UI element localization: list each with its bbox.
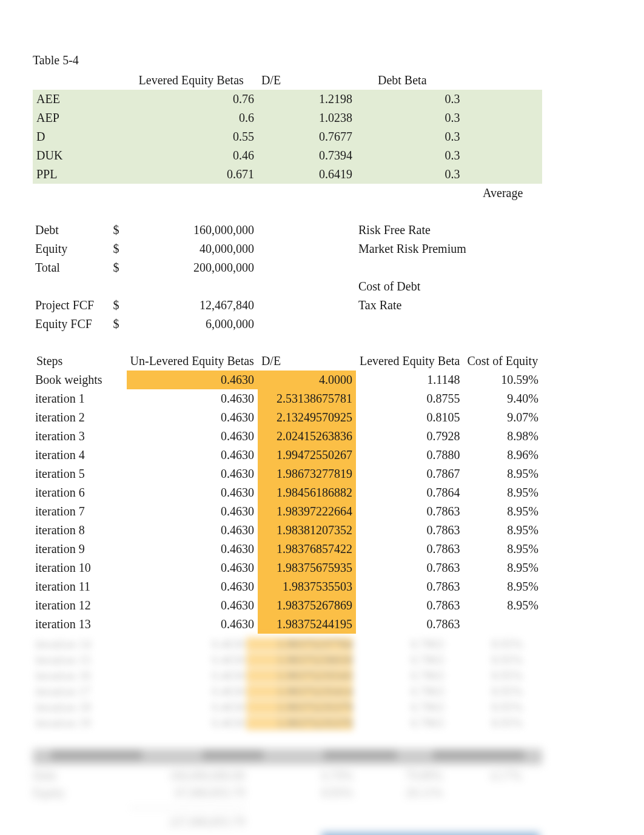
levered-cell: 0.6 bbox=[127, 109, 258, 127]
iter-row: iteration 9 0.4630 1.98376857422 0.7863 … bbox=[33, 540, 542, 558]
lev-cell: 0.7863 bbox=[356, 577, 464, 596]
coe-cell: 8.95% bbox=[463, 483, 542, 502]
value-debt: 160,000,000 bbox=[127, 221, 258, 240]
de-cell: 1.9837535503 bbox=[258, 577, 356, 596]
ul-cell: 0.4630 bbox=[127, 427, 258, 446]
hdr-coe: Cost of Equity bbox=[463, 352, 542, 371]
coe-cell: 8.95% bbox=[463, 502, 542, 521]
label-cost-of-debt: Cost of Debt bbox=[356, 277, 542, 296]
iter-row: iteration 3 0.4630 2.02415263836 0.7928 … bbox=[33, 427, 542, 446]
step-cell: iteration 3 bbox=[33, 427, 109, 446]
coe-cell: 8.95% bbox=[463, 558, 542, 577]
de-cell: 1.99472550267 bbox=[258, 446, 356, 464]
ul-cell: 0.4630 bbox=[127, 389, 258, 408]
hdr-unlevered: Un-Levered Equity Betas bbox=[127, 352, 258, 371]
table-header-row: Levered Equity Betas D/E Debt Beta bbox=[33, 71, 542, 90]
step-cell: iteration 5 bbox=[33, 464, 109, 483]
step-cell: iteration 7 bbox=[33, 502, 109, 521]
de-cell: 1.98397222664 bbox=[258, 502, 356, 521]
currency-symbol: $ bbox=[109, 221, 126, 240]
coe-cell bbox=[463, 615, 542, 634]
iter-row: iteration 8 0.4630 1.98381207352 0.7863 … bbox=[33, 521, 542, 540]
ul-cell: 0.4630 bbox=[127, 615, 258, 634]
value-equity-fcf: 6,000,000 bbox=[127, 315, 258, 334]
de-cell: 0.7394 bbox=[258, 146, 356, 165]
iter-row: iteration 5 0.4630 1.98673277819 0.7867 … bbox=[33, 464, 542, 483]
coe-cell: 8.95% bbox=[463, 540, 542, 558]
coe-cell: 10.59% bbox=[463, 371, 542, 389]
ul-cell: 0.4630 bbox=[127, 577, 258, 596]
lev-cell: 0.7863 bbox=[356, 596, 464, 615]
coe-cell: 9.40% bbox=[463, 389, 542, 408]
label-equity: Equity bbox=[33, 240, 109, 258]
step-cell: iteration 10 bbox=[33, 558, 109, 577]
coe-cell: 8.95% bbox=[463, 596, 542, 615]
iter-row: iteration 7 0.4630 1.98397222664 0.7863 … bbox=[33, 502, 542, 521]
blurred-rows: iteration 140.46301.983752377640.78638.9… bbox=[33, 636, 644, 731]
de-cell: 1.98381207352 bbox=[258, 521, 356, 540]
iter-header-row: Steps Un-Levered Equity Betas D/E Levere… bbox=[33, 352, 542, 371]
iter-row: iteration 2 0.4630 2.13249570925 0.8105 … bbox=[33, 408, 542, 427]
ticker-cell: AEP bbox=[33, 109, 109, 127]
ul-cell: 0.4630 bbox=[127, 446, 258, 464]
ul-cell: 0.4630 bbox=[127, 408, 258, 427]
table-row: AEP 0.6 1.0238 0.3 bbox=[33, 109, 542, 127]
average-label: Average bbox=[463, 184, 542, 203]
de-cell: 0.7677 bbox=[258, 127, 356, 146]
de-cell: 2.02415263836 bbox=[258, 427, 356, 446]
ticker-cell: AEE bbox=[33, 90, 109, 109]
value-equity: 40,000,000 bbox=[127, 240, 258, 258]
currency-symbol: $ bbox=[109, 296, 126, 315]
levered-cell: 0.76 bbox=[127, 90, 258, 109]
levered-cell: 0.46 bbox=[127, 146, 258, 165]
step-cell: iteration 8 bbox=[33, 521, 109, 540]
coe-cell: 9.07% bbox=[463, 408, 542, 427]
table-row: D 0.55 0.7677 0.3 bbox=[33, 127, 542, 146]
betas-table: Levered Equity Betas D/E Debt Beta AEE 0… bbox=[33, 71, 542, 634]
table-row: DUK 0.46 0.7394 0.3 bbox=[33, 146, 542, 165]
coe-cell: 8.98% bbox=[463, 427, 542, 446]
table-row: AEE 0.76 1.2198 0.3 bbox=[33, 90, 542, 109]
lev-cell: 0.7863 bbox=[356, 558, 464, 577]
iter-row: iteration 1 0.4630 2.53138675781 0.8755 … bbox=[33, 389, 542, 408]
hdr-levered: Levered Equity Betas bbox=[127, 71, 258, 90]
coe-cell: 8.96% bbox=[463, 446, 542, 464]
blurred-summary: Debt160,000,000.006.70%79.89%4.17% Equit… bbox=[33, 749, 542, 835]
step-cell: iteration 11 bbox=[33, 577, 109, 596]
lev-cell: 0.8105 bbox=[356, 408, 464, 427]
iter-row: iteration 12 0.4630 1.98375267869 0.7863… bbox=[33, 596, 542, 615]
ul-cell: 0.4630 bbox=[127, 464, 258, 483]
lev-cell: 0.7864 bbox=[356, 483, 464, 502]
value-project-fcf: 12,467,840 bbox=[127, 296, 258, 315]
ul-cell: 0.4630 bbox=[127, 483, 258, 502]
de-cell: 2.53138675781 bbox=[258, 389, 356, 408]
currency-symbol: $ bbox=[109, 258, 126, 277]
de-cell: 2.13249570925 bbox=[258, 408, 356, 427]
ticker-cell: D bbox=[33, 127, 109, 146]
table-title: Table 5-4 bbox=[33, 53, 644, 67]
ul-cell: 0.4630 bbox=[127, 521, 258, 540]
de-cell: 1.98376857422 bbox=[258, 540, 356, 558]
hdr-de: D/E bbox=[258, 71, 356, 90]
levered-cell: 0.55 bbox=[127, 127, 258, 146]
hdr-levered-eq: Levered Equity Beta bbox=[356, 352, 464, 371]
iter-row: iteration 10 0.4630 1.98375675935 0.7863… bbox=[33, 558, 542, 577]
input-row-cod: Cost of Debt bbox=[33, 277, 542, 296]
step-cell: iteration 9 bbox=[33, 540, 109, 558]
step-cell: iteration 6 bbox=[33, 483, 109, 502]
lev-cell: 0.7867 bbox=[356, 464, 464, 483]
de-cell: 1.98375675935 bbox=[258, 558, 356, 577]
ticker-cell: DUK bbox=[33, 146, 109, 165]
label-equity-fcf: Equity FCF bbox=[33, 315, 109, 334]
input-row-total: Total $ 200,000,000 bbox=[33, 258, 542, 277]
levered-cell: 0.671 bbox=[127, 165, 258, 184]
lev-cell: 0.7863 bbox=[356, 540, 464, 558]
step-cell: iteration 1 bbox=[33, 389, 109, 408]
de-cell: 0.6419 bbox=[258, 165, 356, 184]
debt-cell: 0.3 bbox=[356, 127, 464, 146]
currency-symbol: $ bbox=[109, 240, 126, 258]
value-total: 200,000,000 bbox=[127, 258, 258, 277]
coe-cell: 8.95% bbox=[463, 464, 542, 483]
table-row: PPL 0.671 0.6419 0.3 bbox=[33, 165, 542, 184]
iter-row: Book weights 0.4630 4.0000 1.1148 10.59% bbox=[33, 371, 542, 389]
